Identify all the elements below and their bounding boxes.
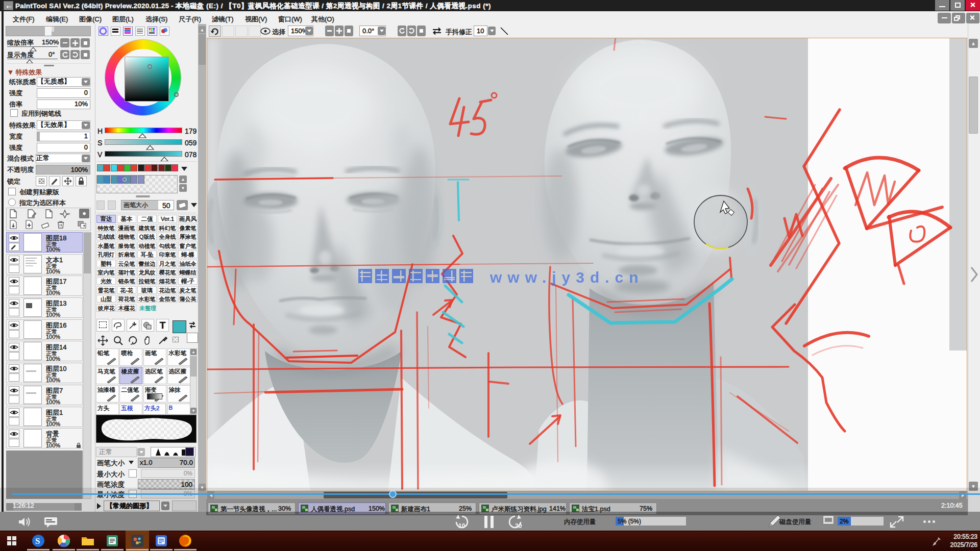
svg-text:S: S: [35, 536, 40, 546]
svg-text:30: 30: [515, 522, 522, 530]
svg-text:www.jy3d.cn: www.jy3d.cn: [489, 269, 644, 286]
svg-text:10: 10: [458, 522, 465, 530]
